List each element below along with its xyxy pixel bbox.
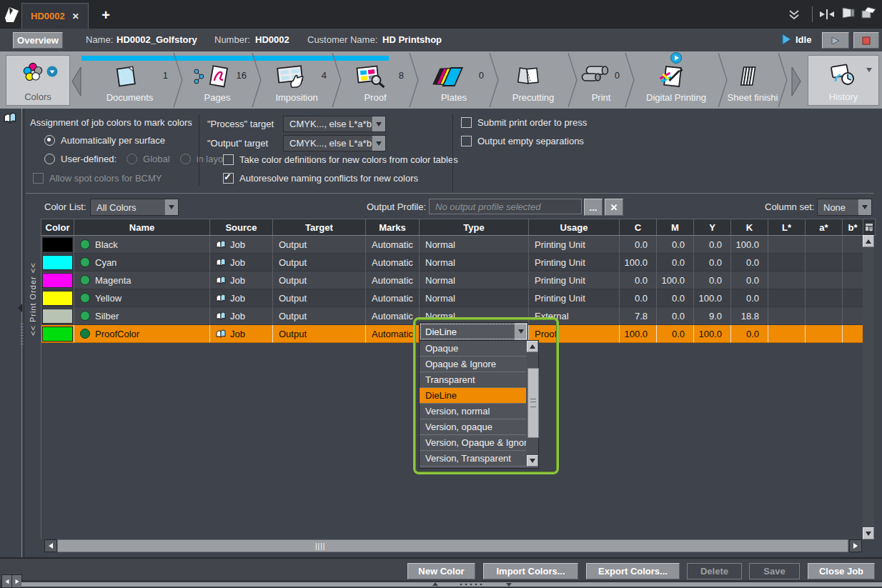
radio-automatically-per-surface[interactable]: Automatically per surface bbox=[44, 135, 165, 146]
chevron-down-icon[interactable] bbox=[372, 136, 385, 151]
checkbox-icon[interactable] bbox=[461, 117, 472, 128]
fit-width-icon[interactable] bbox=[819, 9, 835, 20]
splitter-grip[interactable]: ································ bbox=[20, 323, 24, 349]
job-note-icon[interactable] bbox=[4, 111, 16, 126]
close-job-button[interactable]: Close Job bbox=[808, 563, 875, 579]
job-tab[interactable]: HD0002 ✕ bbox=[21, 3, 89, 29]
color-list-combo[interactable]: All Colors bbox=[90, 199, 179, 216]
column-header-color[interactable]: Color bbox=[41, 219, 74, 235]
workflow-step-colors[interactable]: Colors bbox=[6, 55, 70, 106]
column-header-y[interactable]: Y bbox=[694, 219, 731, 235]
column-header-b-[interactable]: b* bbox=[843, 219, 863, 235]
dropdown-item-transparent[interactable]: Transparent bbox=[420, 372, 526, 388]
workflow-step-documents[interactable]: 1Documents bbox=[81, 53, 178, 107]
radio-icon[interactable] bbox=[44, 135, 55, 146]
column-header-l-[interactable]: L* bbox=[768, 219, 806, 235]
chevron-down-icon[interactable] bbox=[514, 323, 527, 340]
colors-dropdown-badge[interactable] bbox=[46, 66, 58, 79]
overview-button[interactable]: Overview bbox=[13, 32, 63, 49]
dropdown-item-dieline[interactable]: DieLine bbox=[420, 388, 526, 404]
column-set-combo[interactable]: None bbox=[817, 199, 872, 216]
dropdown-scroll-up-icon[interactable] bbox=[527, 341, 538, 352]
monitor-icon[interactable] bbox=[841, 7, 856, 19]
cell-K: 18.8 bbox=[731, 307, 768, 325]
dropdown-item-opaque-ignore[interactable]: Opaque & Ignore bbox=[420, 357, 526, 372]
stop-button[interactable] bbox=[853, 32, 879, 49]
chevron-down-icon[interactable] bbox=[164, 199, 178, 215]
panel-collapse-right-icon[interactable] bbox=[11, 574, 22, 588]
column-header-target[interactable]: Target bbox=[273, 219, 366, 235]
scroll-down-icon[interactable] bbox=[863, 527, 874, 539]
browse-profile-button[interactable]: ... bbox=[584, 199, 603, 216]
run-button[interactable] bbox=[822, 32, 849, 49]
scroll-steps-left-icon[interactable] bbox=[71, 66, 82, 99]
scroll-right-icon[interactable] bbox=[849, 539, 862, 552]
clear-profile-button[interactable]: ✕ bbox=[605, 199, 623, 216]
checkbox-autoresolve[interactable]: Autoresolve naming conflicts for new col… bbox=[223, 173, 418, 184]
column-header-name[interactable]: Name bbox=[74, 219, 210, 235]
workflow-step-plates[interactable]: 0Plates bbox=[414, 53, 494, 107]
checkbox-icon[interactable] bbox=[223, 173, 234, 184]
radio-user-defined[interactable]: User-defined: Global in layout bbox=[44, 154, 231, 164]
table-row-cyan[interactable]: CyanJobOutputAutomaticNormalPrinting Uni… bbox=[41, 254, 863, 271]
radio-icon[interactable] bbox=[44, 154, 55, 164]
column-header-source[interactable]: Source bbox=[210, 219, 273, 235]
checkbox-icon[interactable] bbox=[461, 136, 472, 146]
dropdown-item-opaque[interactable]: Opaque bbox=[420, 341, 526, 357]
workflow-step-sheet-finishi[interactable]: Sheet finishi bbox=[723, 53, 783, 107]
import-colors-button[interactable]: Import Colors... bbox=[483, 563, 578, 579]
dropdown-item-version-normal[interactable]: Version, normal bbox=[420, 404, 526, 419]
column-header-usage[interactable]: Usage bbox=[529, 219, 620, 235]
workflow-step-proof[interactable]: 8Proof bbox=[337, 53, 414, 107]
output-profile-input[interactable] bbox=[429, 199, 582, 214]
save-button[interactable]: Save bbox=[749, 563, 800, 579]
table-row-magenta[interactable]: MagentaJobOutputAutomaticNormalPrinting … bbox=[41, 271, 863, 289]
column-header-type[interactable]: Type bbox=[420, 219, 529, 235]
dropdown-item-version-transparent[interactable]: Version, Transparent bbox=[420, 451, 526, 467]
dropdown-scroll-thumb[interactable] bbox=[527, 368, 539, 438]
dropdown-scroll-down-icon[interactable] bbox=[527, 455, 538, 467]
dropdown-item-version-opaque-ignore[interactable]: Version, Opaque & Ignore bbox=[420, 435, 526, 451]
panel-collapse-left-icon[interactable] bbox=[1, 574, 12, 588]
table-row-yellow[interactable]: YellowJobOutputAutomaticNormalPrinting U… bbox=[41, 289, 863, 307]
output-target-combo[interactable]: CMYK..., else L*a*b* bbox=[283, 135, 386, 151]
chevron-down-icon[interactable] bbox=[858, 199, 871, 215]
column-header-a-[interactable]: a* bbox=[806, 219, 843, 235]
column-config-icon[interactable] bbox=[863, 219, 876, 236]
scroll-steps-right-icon[interactable] bbox=[791, 66, 802, 99]
workflow-step-print[interactable]: 0Print bbox=[573, 53, 630, 107]
workflow-step-imposition[interactable]: 4Imposition bbox=[257, 53, 337, 107]
checkbox-icon[interactable] bbox=[223, 154, 234, 165]
workflow-step-pages[interactable]: 16Pages bbox=[178, 53, 257, 107]
duplicate-window-icon[interactable] bbox=[861, 7, 878, 19]
export-colors-button[interactable]: Export Colors... bbox=[586, 563, 680, 579]
workflow-step-digital-printing[interactable]: Digital Printing bbox=[630, 53, 723, 107]
dropdown-scrollbar[interactable] bbox=[527, 341, 538, 467]
column-header-marks[interactable]: Marks bbox=[366, 219, 420, 235]
collapse-chevrons-icon[interactable] bbox=[788, 9, 801, 20]
bottom-splitter-bar[interactable] bbox=[21, 582, 882, 587]
scroll-up-icon[interactable] bbox=[863, 235, 874, 247]
process-target-combo[interactable]: CMYK..., else L*a*b* bbox=[283, 116, 386, 132]
workflow-step-precutting[interactable]: Precutting bbox=[494, 53, 573, 107]
checkbox-color-tables[interactable]: Take color definitions for new colors fr… bbox=[223, 154, 458, 165]
column-header-m[interactable]: M bbox=[657, 219, 694, 235]
splitter-collapse-icon[interactable] bbox=[17, 303, 23, 315]
column-header-k[interactable]: K bbox=[731, 219, 768, 235]
chevron-down-icon[interactable] bbox=[372, 116, 385, 131]
horizontal-scrollbar[interactable]: |||| bbox=[57, 539, 848, 552]
workflow-step-history[interactable]: History bbox=[808, 55, 879, 106]
scroll-left-icon[interactable] bbox=[44, 539, 57, 552]
new-color-button[interactable]: New Color bbox=[407, 563, 475, 579]
history-dropdown-icon[interactable] bbox=[866, 64, 873, 75]
checkbox-output-empty[interactable]: Output empty separations bbox=[461, 136, 584, 146]
checkbox-submit-print-order[interactable]: Submit print order to press bbox=[461, 117, 587, 128]
dropdown-item-version-opaque[interactable]: Version, opaque bbox=[420, 419, 526, 435]
type-combobox[interactable]: DieLine bbox=[419, 322, 528, 341]
vertical-scrollbar[interactable] bbox=[863, 235, 874, 539]
delete-button[interactable]: Delete bbox=[687, 563, 742, 579]
tab-close-icon[interactable]: ✕ bbox=[72, 11, 79, 21]
table-row-black[interactable]: BlackJobOutputAutomaticNormalPrinting Un… bbox=[41, 236, 863, 254]
column-header-c[interactable]: C bbox=[620, 219, 657, 235]
new-tab-button[interactable]: + bbox=[91, 3, 120, 28]
